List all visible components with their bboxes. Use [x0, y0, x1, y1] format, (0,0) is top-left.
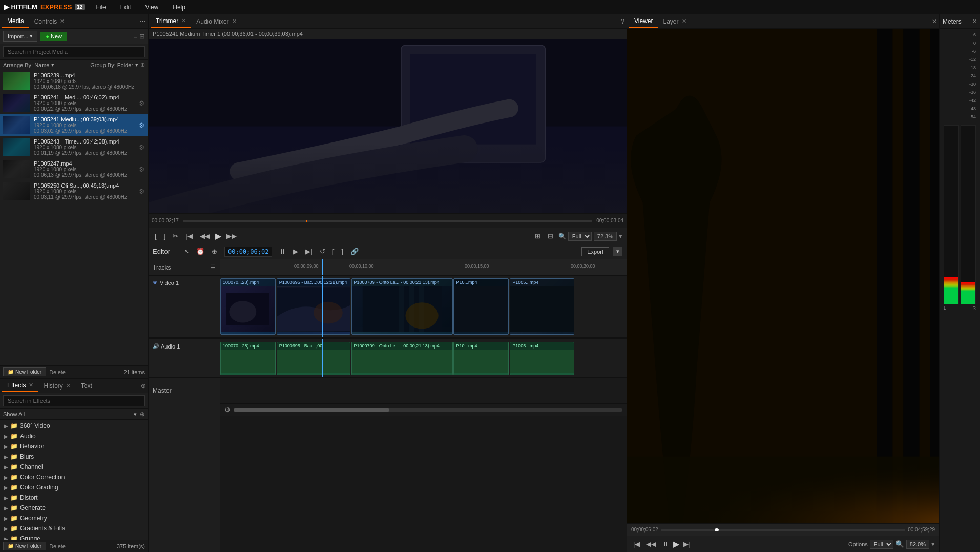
tab-viewer[interactable]: Viewer: [629, 15, 658, 28]
audio-clip[interactable]: 100070...28).mp4: [220, 342, 276, 375]
effects-new-folder-btn[interactable]: 📁 New Folder: [3, 542, 46, 550]
menu-view[interactable]: View: [142, 3, 161, 12]
media-gear-icon[interactable]: ⚙: [139, 121, 145, 129]
audio-track-mute[interactable]: 🔊: [153, 343, 159, 349]
controls-close[interactable]: ✕: [60, 18, 65, 25]
viewer-options-btn[interactable]: Options: [848, 541, 868, 547]
audio-mixer-close[interactable]: ✕: [232, 18, 237, 25]
history-close[interactable]: ✕: [66, 382, 71, 389]
media-gear-icon[interactable]: ⚙: [139, 99, 145, 107]
effects-category-360[interactable]: ▶ 📁 360° Video: [0, 421, 148, 431]
tab-audio-mixer[interactable]: Audio Mixer ✕: [191, 16, 241, 27]
scroll-settings-btn[interactable]: ⚙: [224, 406, 231, 414]
video-clip[interactable]: 100070...28).mp4: [220, 278, 276, 335]
effects-category-color-correction[interactable]: ▶ 📁 Color Correction: [0, 472, 148, 482]
editor-tool-select[interactable]: ↖: [182, 247, 191, 256]
effects-category-color-grading[interactable]: ▶ 📁 Color Grading: [0, 482, 148, 493]
effects-search-input[interactable]: [3, 395, 145, 406]
mark-in-btn[interactable]: [: [153, 231, 159, 241]
play-btn[interactable]: ▶: [215, 231, 221, 241]
meters-close[interactable]: ✕: [972, 18, 977, 25]
effects-delete-btn[interactable]: Delete: [49, 543, 66, 549]
editor-snap[interactable]: 🔗: [348, 247, 361, 256]
zoom-select[interactable]: Full: [568, 232, 592, 241]
tab-effects[interactable]: Effects ✕: [2, 380, 38, 392]
editor-tool-razor[interactable]: ⏰: [194, 247, 206, 256]
timeline-scrollbar-track[interactable]: [234, 408, 622, 412]
media-gear-icon[interactable]: ⚙: [139, 188, 145, 195]
delete-button[interactable]: Delete: [49, 369, 66, 375]
tab-trimmer[interactable]: Trimmer ✕: [151, 15, 191, 28]
tab-text[interactable]: Text: [76, 380, 97, 392]
effects-category-blurs[interactable]: ▶ 📁 Blurs: [0, 452, 148, 462]
effects-options[interactable]: ⊕: [141, 382, 146, 390]
new-folder-button[interactable]: 📁 New Folder: [3, 367, 46, 376]
effects-category-geometry[interactable]: ▶ 📁 Geometry: [0, 513, 148, 523]
video-clip[interactable]: P1005...mp4: [510, 278, 574, 335]
media-item-selected[interactable]: P1005241 Mediu...;00;39;03).mp4 1920 x 1…: [0, 114, 148, 136]
editor-mark-out[interactable]: ]: [339, 247, 345, 256]
effects-category-behavior[interactable]: ▶ 📁 Behavior: [0, 441, 148, 452]
grid-view-btn[interactable]: ⊞: [139, 32, 145, 40]
audio-clip[interactable]: P1005...mp4: [510, 342, 574, 375]
tab-media[interactable]: Media: [2, 15, 29, 28]
list-view-btn[interactable]: ≡: [133, 32, 137, 40]
media-item[interactable]: P1005247.mp4 1920 x 1080 pixels 00;06;13…: [0, 158, 148, 180]
media-item[interactable]: P1005241 - Medi...;00;46;02).mp4 1920 x …: [0, 92, 148, 114]
editor-go-end[interactable]: ▶|: [303, 247, 314, 256]
tab-history[interactable]: History ✕: [38, 380, 75, 392]
export-button[interactable]: Export: [581, 247, 609, 256]
tracks-options-btn[interactable]: ☰: [211, 264, 216, 271]
audio-clip[interactable]: P10...mp4: [453, 342, 509, 375]
import-button[interactable]: Import... ▾: [3, 31, 37, 42]
effects-category-distort[interactable]: ▶ 📁 Distort: [0, 493, 148, 503]
go-start-btn[interactable]: |◀: [183, 231, 194, 241]
trimmer-close[interactable]: ✕: [181, 17, 186, 24]
viewer-options[interactable]: ✕: [932, 18, 937, 25]
editor-mark-in[interactable]: [: [330, 247, 337, 256]
layer-close[interactable]: ✕: [682, 18, 686, 25]
viewer-go-end[interactable]: ▶|: [681, 539, 692, 549]
effects-category-grunge[interactable]: ▶ 📁 Grunge: [0, 534, 148, 540]
audio-clip[interactable]: P1000695 - Bac...;00: [277, 342, 350, 375]
media-item[interactable]: P1005243 - Time...;00;42;08).mp4 1920 x …: [0, 136, 148, 158]
menu-edit[interactable]: Edit: [117, 3, 134, 12]
trim-btn[interactable]: ✂: [171, 231, 180, 241]
effects-view-btn[interactable]: ⊕: [140, 411, 145, 418]
media-item[interactable]: P1005250 Oli Sa...;00;49;13).mp4 1920 x …: [0, 180, 148, 202]
step-fwd-btn[interactable]: ▶▶: [224, 231, 239, 241]
editor-play[interactable]: ▶: [291, 247, 300, 256]
audio-clip[interactable]: P1000709 - Onto Le... - 00;00;21;13).mp4: [351, 342, 453, 375]
media-item[interactable]: P1005239...mp4 1920 x 1080 pixels 00;00;…: [0, 70, 148, 92]
viewer-go-start[interactable]: |◀: [631, 539, 642, 549]
effects-category-audio[interactable]: ▶ 📁 Audio: [0, 431, 148, 441]
media-search-input[interactable]: [3, 46, 145, 57]
effects-category-channel[interactable]: ▶ 📁 Channel: [0, 462, 148, 472]
export-arrow-btn[interactable]: ▾: [613, 247, 622, 256]
effects-category-gradients[interactable]: ▶ 📁 Gradients & Fills: [0, 523, 148, 534]
viewer-scrubbar[interactable]: [661, 529, 905, 531]
tab-controls[interactable]: Controls ✕: [29, 16, 70, 27]
media-gear-icon[interactable]: ⚙: [139, 144, 145, 151]
insert-btn[interactable]: ⊞: [533, 231, 543, 241]
trimmer-options[interactable]: ?: [621, 18, 624, 25]
viewer-play[interactable]: ▶: [673, 539, 679, 549]
viewer-step-back[interactable]: ◀◀: [644, 539, 658, 549]
media-gear-icon[interactable]: ⚙: [139, 166, 145, 173]
new-button[interactable]: ● New: [40, 32, 67, 41]
zoom-pct-btn[interactable]: ▾: [619, 232, 622, 240]
trim-scrubbar[interactable]: [183, 220, 592, 222]
menu-help[interactable]: Help: [170, 3, 189, 12]
video-clip[interactable]: P1000709 - Onto Le... - 00;00;21;13).mp4: [351, 278, 453, 335]
viewer-pause[interactable]: ⏸: [660, 539, 671, 549]
effects-category-generate[interactable]: ▶ 📁 Generate: [0, 503, 148, 513]
mark-out-btn[interactable]: ]: [162, 231, 168, 241]
editor-loop[interactable]: ↺: [318, 247, 327, 256]
video-clip[interactable]: P10...mp4: [453, 278, 509, 335]
arrange-options[interactable]: ⊕: [140, 62, 145, 68]
viewer-quality-select[interactable]: Full: [870, 540, 893, 549]
panel-options-btn[interactable]: ⋯: [139, 17, 146, 25]
menu-file[interactable]: File: [93, 3, 109, 12]
viewer-zoom-pct-arrow[interactable]: ▾: [931, 540, 935, 548]
editor-timecode-display[interactable]: 00;00;06;02: [222, 247, 274, 256]
